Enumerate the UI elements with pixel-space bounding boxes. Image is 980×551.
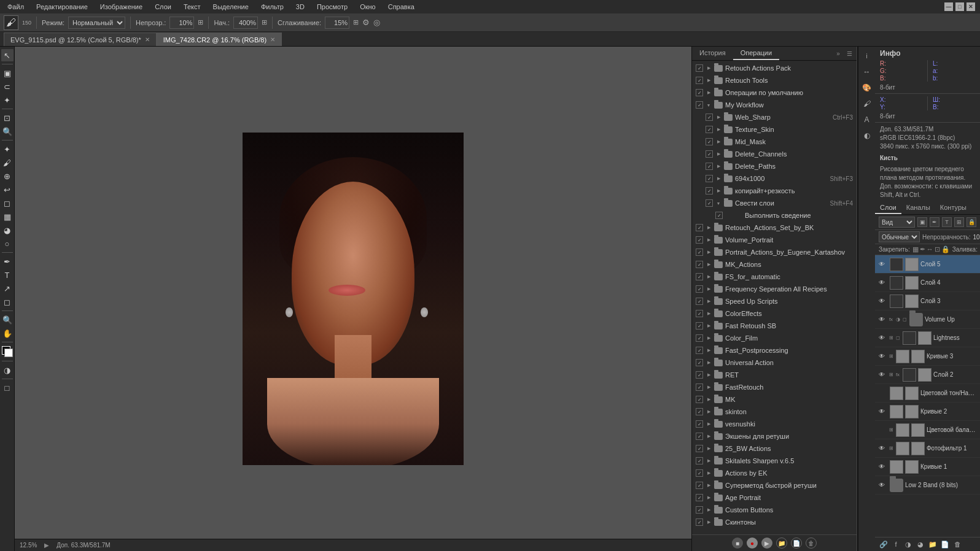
history-expand[interactable]: ▶: [706, 65, 712, 71]
history-expand[interactable]: ▶: [706, 310, 712, 317]
history-checkbox[interactable]: ✓: [696, 469, 703, 477]
vert-nav-icon[interactable]: ↔: [860, 65, 874, 79]
history-expand[interactable]: ▶: [706, 433, 712, 439]
menu-item-window[interactable]: Окно: [357, 2, 378, 12]
opacity-icon[interactable]: ⊞: [198, 18, 203, 26]
history-expand[interactable]: ▶: [706, 274, 712, 280]
history-item[interactable]: ✓▶skinton: [692, 406, 857, 418]
history-checkbox[interactable]: ✓: [696, 249, 703, 256]
layers-icon-btn4[interactable]: ⊞: [954, 217, 964, 227]
gear-icon[interactable]: ⚙: [362, 18, 370, 27]
history-item[interactable]: ✓▶vesnushki: [692, 418, 857, 430]
menu-item-text[interactable]: Текст: [181, 2, 203, 12]
stop-button[interactable]: ■: [732, 538, 743, 549]
history-checkbox[interactable]: ✓: [696, 310, 703, 317]
history-expand[interactable]: ▶: [715, 139, 721, 145]
history-checkbox[interactable]: ✓: [696, 457, 703, 464]
history-checkbox[interactable]: ✓: [706, 175, 713, 182]
add-mask-btn[interactable]: ◑: [903, 539, 913, 549]
tab-paths[interactable]: Контуры: [935, 202, 971, 214]
play-button[interactable]: ▶: [761, 538, 772, 549]
layer-item[interactable]: 👁Слой 5: [875, 255, 980, 274]
history-expand[interactable]: ▼: [706, 102, 712, 108]
foreground-color[interactable]: [2, 346, 13, 357]
layer-item[interactable]: 👁Кривые 1: [875, 458, 980, 476]
history-item[interactable]: ✓▶Actions by EK: [692, 467, 857, 479]
history-expand[interactable]: ▶: [706, 360, 712, 366]
history-item[interactable]: ✓▶Delete_Channels: [692, 148, 857, 160]
lock-transparency-icon[interactable]: ▦: [912, 245, 919, 253]
history-checkbox[interactable]: ✓: [715, 212, 723, 219]
add-adjustment-btn[interactable]: ◕: [916, 539, 925, 549]
history-checkbox[interactable]: ✓: [706, 126, 713, 133]
tool-lasso[interactable]: ⊂: [1, 80, 14, 93]
tool-move[interactable]: ↖: [1, 49, 14, 61]
history-checkbox[interactable]: ✓: [696, 101, 703, 109]
tool-type[interactable]: T: [1, 269, 14, 281]
maximize-button[interactable]: □: [955, 2, 964, 11]
history-item[interactable]: ✓▶MK_Actions: [692, 258, 857, 271]
layer-item[interactable]: 👁fx◑◻Volume Up: [875, 310, 980, 329]
tab-layers[interactable]: Слои: [875, 202, 901, 214]
history-checkbox[interactable]: ✓: [696, 89, 703, 96]
tool-crop[interactable]: ⊡: [1, 112, 14, 124]
size-input[interactable]: [233, 17, 258, 29]
history-item[interactable]: ✓▶Fast Retoush SB: [692, 320, 857, 332]
history-checkbox[interactable]: ✓: [696, 408, 703, 415]
menu-item-view[interactable]: Просмотр: [314, 2, 350, 12]
history-expand[interactable]: ▶: [706, 298, 712, 304]
history-expand[interactable]: ▶: [706, 396, 712, 403]
history-item[interactable]: ✓▶копирайт+резкость: [692, 185, 857, 197]
delete-action-button[interactable]: 🗑: [806, 538, 817, 549]
layer-item[interactable]: 👁⊞fxСлой 2: [875, 366, 980, 384]
layers-icon-btn5[interactable]: 🔒: [966, 217, 976, 227]
history-expand[interactable]: ▶: [706, 384, 712, 390]
minimize-button[interactable]: —: [944, 2, 953, 11]
history-item[interactable]: ✓▶25_BW Actions: [692, 442, 857, 455]
history-checkbox[interactable]: ✓: [696, 445, 703, 452]
history-item[interactable]: ✓▼My Workflow: [692, 99, 857, 111]
history-expand[interactable]: ▶: [706, 335, 712, 341]
layer-item[interactable]: 👁Кривые 2: [875, 403, 980, 421]
blend-mode-select[interactable]: Обычные: [879, 231, 920, 242]
history-expand[interactable]: ▶: [706, 495, 712, 501]
lock-artboard-icon[interactable]: ⊡: [935, 245, 940, 253]
panel-menu-icon[interactable]: ☰: [844, 48, 854, 58]
history-checkbox[interactable]: ✓: [696, 482, 703, 489]
layer-visibility-eye[interactable]: 👁: [877, 315, 886, 324]
history-checkbox[interactable]: ✓: [696, 334, 703, 342]
history-checkbox[interactable]: ✓: [696, 506, 703, 514]
opacity-input[interactable]: [169, 17, 194, 29]
history-expand[interactable]: ▶: [706, 372, 712, 378]
tool-pen[interactable]: ✒: [1, 255, 14, 268]
history-expand[interactable]: ▶: [706, 286, 712, 292]
vert-text-icon[interactable]: A: [860, 113, 874, 126]
history-item[interactable]: ✓▼Свести слоиShift+F4: [692, 197, 857, 209]
layer-visibility-eye[interactable]: 👁: [877, 352, 886, 361]
tool-spot-heal[interactable]: ✦: [1, 143, 14, 155]
panel-expand-icon[interactable]: »: [833, 48, 843, 58]
tool-brush[interactable]: 🖌: [1, 156, 14, 169]
history-item[interactable]: ✓▶Speed Up Scripts: [692, 295, 857, 307]
history-expand[interactable]: ▶: [715, 114, 721, 120]
tab-img-close[interactable]: ✕: [270, 36, 275, 43]
tool-stamp[interactable]: ⊕: [1, 170, 14, 182]
layer-visibility-eye[interactable]: 👁: [877, 463, 886, 471]
tool-eyedropper[interactable]: 🔍: [1, 125, 14, 137]
layer-visibility-eye[interactable]: 👁: [877, 371, 886, 379]
history-checkbox[interactable]: ✓: [696, 77, 703, 84]
menu-item-file[interactable]: Файл: [5, 2, 26, 12]
history-item[interactable]: ✓▶Web_SharpCtrl+F3: [692, 111, 857, 123]
tool-gradient[interactable]: ▦: [1, 210, 14, 223]
history-expand[interactable]: ▶: [706, 482, 712, 488]
menu-item-select[interactable]: Выделение: [211, 2, 251, 12]
history-item[interactable]: ✓▶Age Portrait: [692, 491, 857, 504]
add-style-btn[interactable]: f: [891, 539, 901, 549]
history-item[interactable]: ✓▶FS_for_ automatic: [692, 271, 857, 283]
tab-history[interactable]: История: [692, 47, 733, 60]
add-group-btn[interactable]: 📁: [928, 539, 938, 549]
layer-visibility-eye[interactable]: [877, 426, 886, 434]
new-action-button[interactable]: 📄: [791, 538, 802, 549]
history-expand[interactable]: ▶: [706, 237, 712, 243]
layer-item[interactable]: 👁Low 2 Band (8 bits): [875, 476, 980, 495]
